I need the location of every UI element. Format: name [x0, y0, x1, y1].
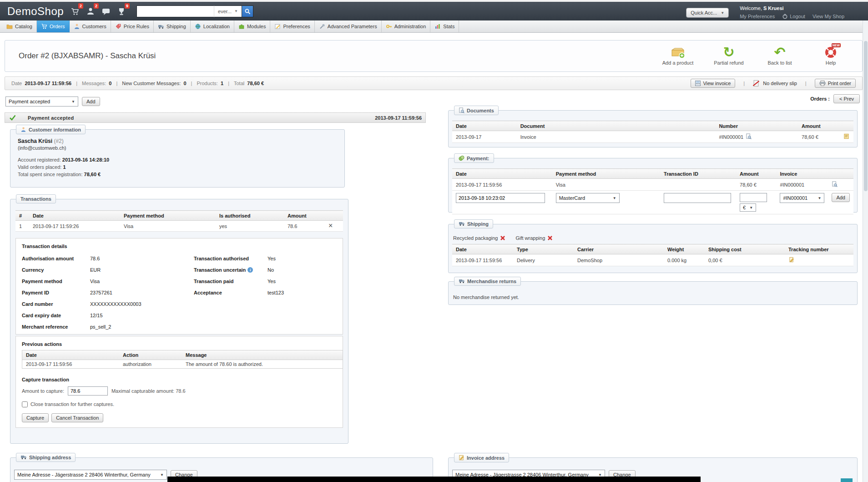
order-status-row: Payment accepted ▼ Add	[5, 96, 100, 107]
add-payment-form-row: MasterCard▼ €▼ #IN000001▼ Add	[452, 191, 853, 214]
help-button[interactable]: NEW Help	[811, 45, 850, 66]
tab-preferences[interactable]: Preferences	[270, 20, 314, 32]
trophy-notifications-icon[interactable]: 9	[116, 6, 126, 16]
tab-customers[interactable]: Customers	[70, 20, 111, 32]
view-invoice-button[interactable]: View invoice	[691, 79, 735, 88]
my-preferences-link[interactable]: My Preferences	[740, 14, 775, 19]
partial-refund-button[interactable]: ↻ Partial refund	[709, 45, 748, 66]
amount-to-capture-label: Amount to capture:	[22, 388, 64, 394]
cancel-transaction-button[interactable]: Cancel Transaction	[51, 413, 103, 422]
search-scope-select[interactable]: ever... ▼	[214, 5, 242, 17]
transaction-row[interactable]: 1 2013-09-17 11:59:26 Visa yes 78.6 ×	[15, 221, 343, 232]
transaction-details-box: Transaction details Authorisation amount…	[15, 238, 343, 335]
no-delivery-slip-icon	[753, 80, 759, 86]
tab-shipping[interactable]: Shipping	[154, 20, 191, 32]
view-my-shop-link[interactable]: View My Shop	[812, 14, 844, 19]
edit-note-icon[interactable]	[843, 135, 849, 140]
red-cross-icon	[547, 235, 553, 241]
tab-administration[interactable]: Administration	[382, 20, 431, 32]
truck-icon	[459, 279, 465, 284]
logout-link[interactable]: Logout	[782, 13, 805, 19]
chevron-down-icon: ▼	[721, 11, 724, 15]
customers-notifications-icon[interactable]: 2	[86, 6, 96, 16]
person-icon	[74, 23, 80, 30]
scrollbar-track[interactable]	[863, 20, 868, 482]
scrollbar-thumb[interactable]	[864, 41, 868, 191]
status-date: 2013-09-17 11:59:56	[375, 115, 422, 121]
transaction-id-input[interactable]	[664, 193, 731, 203]
search-input[interactable]	[136, 5, 214, 17]
tab-orders[interactable]: Orders	[37, 20, 70, 32]
orders-pagination: Orders : < Prev	[810, 94, 860, 103]
col-num: #	[15, 211, 29, 221]
customer-id: (#2)	[54, 138, 63, 144]
person-icon	[20, 127, 26, 132]
shop-logo[interactable]: DemoShop	[7, 5, 64, 18]
order-status-history-row: Payment accepted 2013-09-17 11:59:56	[5, 112, 426, 123]
customer-information-panel: Customer information Sascha Krüsi (#2) (…	[10, 129, 345, 188]
add-payment-button[interactable]: Add	[832, 193, 850, 202]
max-capturable-label: Maximal capturable amount: 78.6	[111, 388, 186, 394]
close-transaction-checkbox[interactable]	[22, 401, 28, 407]
search-button[interactable]	[242, 5, 253, 17]
close-transaction-details-icon[interactable]: ×	[328, 222, 333, 229]
customer-email[interactable]: (info@customweb.ch)	[18, 145, 337, 151]
add-status-button[interactable]: Add	[82, 97, 100, 106]
col-authorised: Is authorised	[216, 211, 284, 221]
red-cross-icon	[500, 235, 505, 241]
amount-to-capture-input[interactable]	[68, 386, 108, 396]
prev-order-button[interactable]: < Prev	[833, 94, 860, 103]
orders-nav-label: Orders :	[810, 96, 830, 101]
edit-tracking-icon[interactable]	[788, 258, 794, 264]
shipping-address-legend: Shipping address	[16, 453, 76, 462]
tab-price-rules[interactable]: Price Rules	[111, 20, 154, 32]
wrench-icon	[319, 23, 325, 30]
payment-amount-input[interactable]	[740, 193, 767, 202]
info-icon[interactable]: i	[247, 267, 253, 273]
page: DemoShop 2 2 9 ever... ▼	[0, 0, 868, 482]
quick-access-button[interactable]: Quick Acc... ▼	[686, 8, 729, 18]
previous-actions-table: Date Action Message 2013-09-17 11:59:56 …	[22, 350, 343, 368]
col-date: Date	[29, 211, 120, 221]
add-product-button[interactable]: Add a product	[658, 45, 697, 66]
bottom-black-bar	[167, 477, 701, 482]
recycled-packaging-flag: Recycled packaging	[453, 235, 505, 241]
documents-panel: Documents Date Document Number Amount 20…	[448, 110, 858, 147]
previous-action-row: 2013-09-17 11:59:56 authorization The am…	[22, 360, 343, 368]
currency-select[interactable]: €▼	[740, 203, 756, 212]
capture-transaction-title: Capture transaction	[22, 377, 337, 382]
search-scope-value: ever...	[218, 9, 232, 14]
documents-table: Date Document Number Amount 2013-09-17 I…	[452, 121, 853, 143]
tab-localization[interactable]: Localization	[191, 20, 234, 32]
gift-wrapping-flag: Gift wrapping	[515, 235, 553, 241]
detail-row: Payment methodVisa	[22, 275, 186, 287]
truck-icon	[459, 221, 465, 227]
total-spent: Total spent since registration: 78,60 €	[18, 171, 337, 178]
search-icon	[244, 8, 251, 15]
truck-icon	[20, 455, 27, 460]
payment-method-select[interactable]: MasterCard▼	[556, 193, 620, 203]
view-invoice-doc-icon[interactable]	[832, 183, 838, 188]
capture-button[interactable]: Capture	[22, 413, 49, 422]
truck-icon	[158, 23, 164, 30]
payment-invoice-select[interactable]: #IN000001▼	[780, 193, 824, 203]
cart-notifications-icon[interactable]: 2	[70, 6, 80, 16]
tab-stats[interactable]: Stats	[430, 20, 459, 32]
tab-catalog[interactable]: Catalog	[2, 20, 37, 32]
shipping-address-select[interactable]: Meine Adresse - Jägerstrasse 2 28406 Win…	[14, 470, 167, 480]
view-document-icon[interactable]	[746, 133, 752, 140]
shipping-row: 2013-09-17 11:59:56 Delivery DemoShop 0.…	[452, 254, 853, 266]
tab-advanced-parameters[interactable]: Advanced Parameters	[315, 20, 382, 32]
payment-date-input[interactable]	[456, 193, 545, 203]
detail-row: Payment ID23757261	[22, 287, 186, 298]
invoice-address-legend: Invoice address	[454, 453, 509, 462]
order-status-select[interactable]: Payment accepted ▼	[5, 96, 78, 107]
payment-legend: Payment:	[454, 153, 494, 163]
messages-icon-button[interactable]	[101, 6, 111, 16]
back-to-list-button[interactable]: ↶ Back to list	[760, 45, 799, 66]
order-actions: Add a product ↻ Partial refund ↶ Back to…	[658, 45, 850, 66]
tab-modules[interactable]: Modules	[234, 20, 271, 32]
print-order-button[interactable]: Print order	[815, 79, 856, 88]
power-icon	[782, 13, 788, 19]
chat-icon	[101, 7, 111, 16]
